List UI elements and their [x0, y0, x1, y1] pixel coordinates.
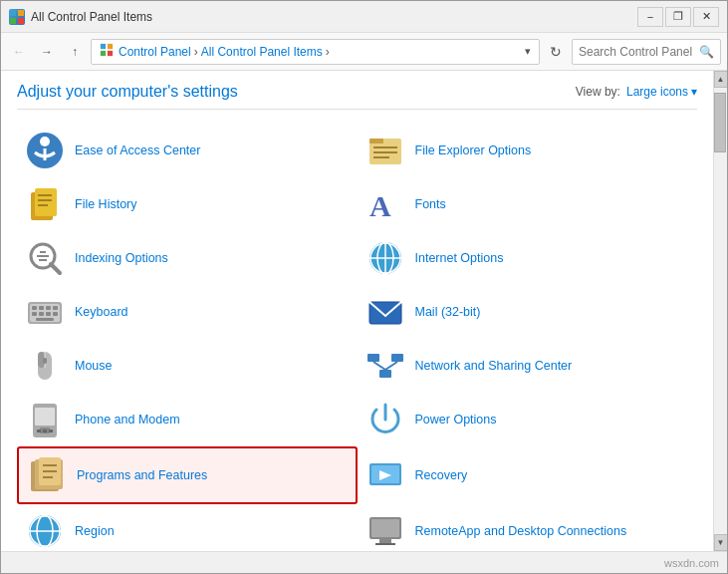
region-icon	[25, 511, 65, 551]
close-button[interactable]: ✕	[693, 7, 719, 27]
path-icon	[100, 43, 114, 60]
region-label: Region	[75, 523, 115, 539]
scrollbar-down-button[interactable]: ▼	[714, 534, 728, 551]
remoteapp-icon	[365, 511, 405, 551]
search-input[interactable]	[579, 45, 699, 59]
mail-label: Mail (32-bit)	[415, 304, 481, 320]
svg-rect-5	[108, 44, 113, 49]
svg-rect-57	[37, 430, 41, 432]
recovery-icon	[365, 455, 405, 495]
scrollbar-thumb[interactable]	[714, 93, 726, 152]
watermark: wsxdn.com	[664, 557, 719, 569]
phone-modem-label: Phone and Modem	[75, 412, 180, 428]
forward-button[interactable]: →	[35, 40, 59, 64]
main-content: Adjust your computer's settings View by:…	[1, 71, 727, 551]
svg-rect-6	[101, 51, 106, 56]
phone-modem-icon	[25, 400, 65, 439]
svg-rect-75	[379, 539, 391, 543]
item-keyboard[interactable]: Keyboard	[17, 285, 358, 339]
view-by-control: View by: Large icons ▾	[576, 85, 697, 99]
breadcrumb-control-panel[interactable]: Control Panel	[119, 45, 191, 59]
network-sharing-label: Network and Sharing Center	[415, 358, 573, 374]
page-title: Adjust your computer's settings	[17, 83, 238, 101]
svg-rect-19	[38, 199, 52, 201]
svg-rect-41	[53, 312, 58, 316]
svg-rect-48	[43, 358, 47, 364]
svg-rect-3	[18, 18, 24, 24]
item-file-history[interactable]: File History	[17, 177, 358, 231]
mouse-icon	[25, 346, 65, 386]
search-box[interactable]: 🔍	[572, 39, 721, 65]
svg-rect-14	[373, 151, 397, 153]
svg-rect-15	[373, 156, 389, 158]
svg-rect-37	[53, 306, 58, 310]
svg-rect-49	[367, 354, 379, 362]
up-button[interactable]: ↑	[63, 40, 87, 64]
svg-text:A: A	[369, 189, 391, 222]
item-region[interactable]: Region	[17, 504, 358, 551]
item-mail[interactable]: Mail (32-bit)	[358, 285, 698, 339]
network-sharing-icon	[365, 346, 405, 386]
item-phone-modem[interactable]: Phone and Modem	[17, 393, 358, 446]
chevron-down-icon: ▾	[691, 85, 697, 99]
svg-rect-18	[38, 194, 52, 196]
fonts-icon: A	[365, 184, 405, 224]
ease-of-access-label: Ease of Access Center	[75, 143, 200, 158]
item-remoteapp[interactable]: RemoteApp and Desktop Connections	[358, 504, 698, 551]
svg-rect-58	[43, 430, 47, 432]
item-network-sharing[interactable]: Network and Sharing Center	[358, 339, 698, 393]
svg-rect-4	[101, 44, 106, 49]
svg-rect-59	[49, 430, 53, 432]
indexing-options-label: Indexing Options	[75, 250, 168, 266]
refresh-button[interactable]: ↻	[544, 40, 568, 64]
address-path-bar[interactable]: Control Panel › All Control Panel Items …	[91, 39, 540, 65]
view-by-label: View by:	[576, 85, 620, 99]
svg-rect-39	[39, 312, 44, 316]
indexing-options-icon	[25, 238, 65, 278]
svg-rect-42	[36, 318, 54, 321]
file-explorer-options-icon	[365, 131, 405, 170]
ease-of-access-icon	[25, 131, 65, 170]
mouse-label: Mouse	[75, 358, 113, 374]
item-programs-features[interactable]: Programs and Features	[17, 446, 358, 504]
item-mouse[interactable]: Mouse	[17, 339, 358, 393]
path-dropdown[interactable]: ▾	[525, 45, 531, 58]
item-indexing-options[interactable]: Indexing Options	[17, 231, 358, 285]
scrollbar-up-button[interactable]: ▲	[714, 71, 728, 88]
svg-rect-76	[375, 543, 395, 545]
svg-rect-51	[379, 370, 391, 378]
power-options-label: Power Options	[415, 412, 497, 428]
minimize-button[interactable]: −	[637, 7, 663, 27]
svg-line-53	[385, 362, 397, 370]
svg-rect-17	[35, 188, 57, 216]
svg-rect-55	[35, 408, 55, 426]
search-icon: 🔍	[699, 45, 714, 59]
svg-rect-74	[371, 519, 399, 537]
view-by-dropdown[interactable]: Large icons ▾	[626, 85, 697, 99]
svg-rect-1	[18, 10, 24, 16]
back-button[interactable]: ←	[7, 40, 31, 64]
fonts-label: Fonts	[415, 196, 446, 212]
window-title: All Control Panel Items	[31, 10, 637, 24]
svg-rect-50	[391, 354, 403, 362]
svg-point-9	[40, 137, 50, 146]
item-recovery[interactable]: Recovery	[358, 446, 698, 504]
item-ease-of-access[interactable]: Ease of Access Center	[17, 124, 358, 177]
content-header: Adjust your computer's settings View by:…	[17, 83, 697, 110]
window-controls: − ❐ ✕	[637, 7, 719, 27]
programs-features-label: Programs and Features	[77, 467, 207, 483]
breadcrumb-all-items[interactable]: All Control Panel Items	[201, 45, 323, 59]
remoteapp-label: RemoteApp and Desktop Connections	[415, 523, 627, 539]
svg-rect-13	[373, 146, 397, 148]
restore-button[interactable]: ❐	[665, 7, 691, 27]
svg-rect-20	[38, 204, 48, 206]
item-file-explorer-options[interactable]: File Explorer Options	[358, 124, 698, 177]
content-area: Adjust your computer's settings View by:…	[1, 71, 713, 551]
item-fonts[interactable]: A Fonts	[358, 177, 698, 231]
item-internet-options[interactable]: Internet Options	[358, 231, 698, 285]
svg-rect-0	[10, 10, 16, 16]
item-power-options[interactable]: Power Options	[358, 393, 698, 446]
keyboard-icon	[25, 292, 65, 332]
window-icon	[9, 9, 25, 25]
scrollbar: ▲ ▼	[713, 71, 727, 551]
